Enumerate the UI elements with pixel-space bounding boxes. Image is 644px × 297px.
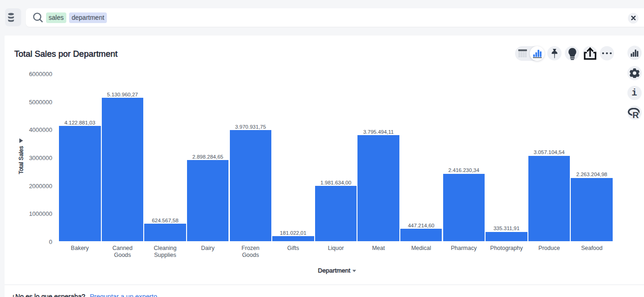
svg-text:R: R	[632, 110, 639, 119]
